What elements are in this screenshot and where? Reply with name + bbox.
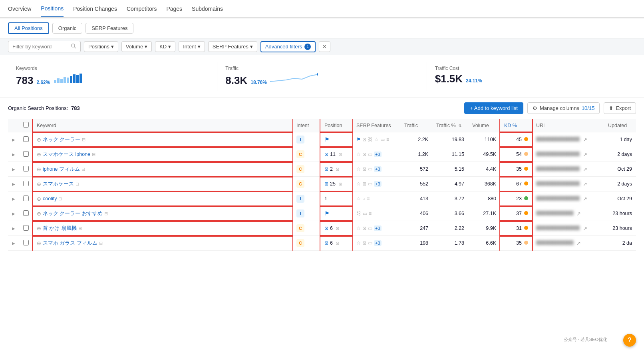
- traffic-cell: 552: [400, 177, 432, 191]
- row-checkbox[interactable]: [23, 240, 29, 245]
- th-traffic-pct[interactable]: Traffic % ⇅: [432, 119, 468, 132]
- page-icon: ▭: [363, 211, 367, 216]
- image-icon: ⊠: [324, 225, 328, 231]
- external-link-icon[interactable]: ↗: [576, 241, 581, 246]
- nav-subdomains[interactable]: Subdomains: [192, 1, 223, 17]
- expand-button[interactable]: ▶: [12, 211, 15, 216]
- keywords-label: Keywords: [16, 66, 209, 71]
- positions-filter[interactable]: Positions ▾: [84, 41, 118, 52]
- intent-cell: I: [292, 132, 320, 147]
- tab-organic[interactable]: Organic: [52, 23, 83, 34]
- expand-button[interactable]: ▶: [12, 138, 15, 142]
- advanced-filters-close[interactable]: ✕: [319, 41, 330, 52]
- kw-add-icon: ⊕: [37, 166, 41, 172]
- copy-icon[interactable]: ⊟: [104, 211, 108, 216]
- copy-icon[interactable]: ⊟: [82, 137, 85, 142]
- traffic-pct-cell: 3.72: [432, 191, 468, 206]
- nav-positions[interactable]: Positions: [41, 0, 64, 17]
- expand-button[interactable]: ▶: [12, 152, 15, 157]
- position-value: 25: [330, 181, 336, 187]
- traffic-cost-change: 24.11%: [466, 78, 482, 84]
- keyword-cell: ⊕ iphone フィルム ⊟: [33, 162, 292, 177]
- keyword-link[interactable]: スマホケース iphone: [43, 151, 90, 158]
- external-link-icon[interactable]: ↗: [583, 152, 587, 158]
- expand-cell: ▶: [8, 177, 19, 191]
- position-cell: ⊠ 11 ⊠: [320, 147, 352, 162]
- external-link-icon[interactable]: ↗: [583, 226, 587, 231]
- copy-icon[interactable]: ⊟: [58, 196, 62, 201]
- tab-all-positions[interactable]: All Positions: [8, 22, 49, 34]
- copy-icon[interactable]: ⊟: [78, 226, 82, 231]
- row-checkbox[interactable]: [23, 225, 29, 231]
- keyword-link[interactable]: スマホケース: [43, 181, 74, 187]
- row-checkbox[interactable]: [23, 195, 29, 201]
- nav-pages[interactable]: Pages: [166, 1, 182, 17]
- external-link-icon[interactable]: ↗: [576, 211, 581, 217]
- copy-icon[interactable]: ⊟: [76, 181, 79, 187]
- kd-dot: [524, 241, 528, 245]
- traffic-cell: 247: [400, 221, 432, 236]
- kd-cell: 31: [500, 221, 532, 236]
- nav-overview[interactable]: Overview: [8, 1, 31, 17]
- copy-icon[interactable]: ⊟: [81, 167, 85, 172]
- nav-position-changes[interactable]: Position Changes: [73, 1, 117, 17]
- row-checkbox[interactable]: [23, 181, 29, 186]
- url-text: ████████████: [536, 240, 574, 245]
- keyword-link[interactable]: ネック クーラー おすすめ: [43, 210, 103, 217]
- keyword-cell: ⊕ ネック クーラー おすすめ ⊟: [33, 206, 292, 221]
- table-scroll-container[interactable]: Keyword Intent Position SERP Features Tr…: [0, 119, 644, 251]
- add-to-keyword-list-btn[interactable]: + Add to keyword list: [464, 102, 523, 114]
- serp-cell: ☆⊠▭+3: [352, 147, 400, 162]
- expand-button[interactable]: ▶: [12, 167, 15, 172]
- serp-plus: +3: [374, 225, 382, 231]
- serp-features-filter[interactable]: SERP Features ▾: [208, 41, 257, 52]
- external-link-icon[interactable]: ↗: [583, 167, 587, 172]
- serp-cell: ☆⊠▭+3: [352, 221, 400, 236]
- star-icon: ☆: [356, 240, 361, 246]
- export-btn[interactable]: ⬆ Export: [604, 102, 636, 114]
- row-checkbox[interactable]: [23, 151, 29, 157]
- advanced-filters-btn[interactable]: Advanced filters 1: [260, 41, 316, 52]
- tab-serp-features[interactable]: SERP Features: [85, 23, 133, 34]
- img-icon: ⊠: [362, 152, 366, 157]
- external-link-icon[interactable]: ↗: [583, 181, 587, 187]
- keyword-link[interactable]: 首 かけ 扇風機: [43, 225, 77, 232]
- expand-button[interactable]: ▶: [12, 182, 15, 186]
- keyword-link[interactable]: coolify: [43, 196, 57, 201]
- position-value: 2: [330, 166, 333, 172]
- search-input[interactable]: [12, 44, 68, 50]
- volume-cell: 27.1K: [468, 206, 500, 221]
- select-all-checkbox[interactable]: [23, 122, 29, 128]
- export-icon: ⬆: [609, 105, 613, 111]
- page-icon: ▭: [368, 240, 372, 246]
- camera-icon: ⊠: [338, 181, 342, 187]
- th-traffic: Traffic: [400, 119, 432, 132]
- expand-button[interactable]: ▶: [12, 226, 15, 231]
- keyword-link[interactable]: スマホ ガラス フィルム: [43, 240, 97, 247]
- intent-cell: C: [292, 236, 320, 251]
- copy-icon[interactable]: ⊟: [99, 241, 103, 246]
- keyword-search-wrapper: [8, 41, 81, 52]
- intent-filter[interactable]: Intent ▾: [179, 41, 205, 52]
- external-link-icon[interactable]: ↗: [583, 196, 587, 202]
- kd-filter[interactable]: KD ▾: [155, 41, 175, 52]
- expand-button[interactable]: ▶: [12, 197, 15, 201]
- url-cell: ██████████████ ↗: [532, 147, 604, 162]
- list-icon: ≡: [386, 137, 389, 142]
- copy-icon[interactable]: ⊟: [92, 152, 95, 157]
- nav-competitors[interactable]: Competitors: [127, 1, 157, 17]
- external-link-icon[interactable]: ↗: [583, 137, 587, 143]
- volume-filter[interactable]: Volume ▾: [121, 41, 152, 52]
- svg-rect-3: [57, 78, 60, 83]
- keyword-link[interactable]: iphone フィルム: [43, 166, 80, 173]
- row-checkbox[interactable]: [23, 166, 29, 172]
- expand-button[interactable]: ▶: [12, 241, 15, 245]
- row-checkbox[interactable]: [23, 136, 29, 142]
- camera-icon: ⊠: [338, 152, 342, 157]
- manage-columns-btn[interactable]: ⚙ Manage columns 10/15: [527, 102, 600, 114]
- position-value: 6: [330, 225, 333, 231]
- updated-cell: 2 days: [604, 147, 636, 162]
- expand-cell: ▶: [8, 162, 19, 177]
- row-checkbox[interactable]: [23, 210, 29, 216]
- keyword-link[interactable]: ネック クーラー: [43, 136, 80, 143]
